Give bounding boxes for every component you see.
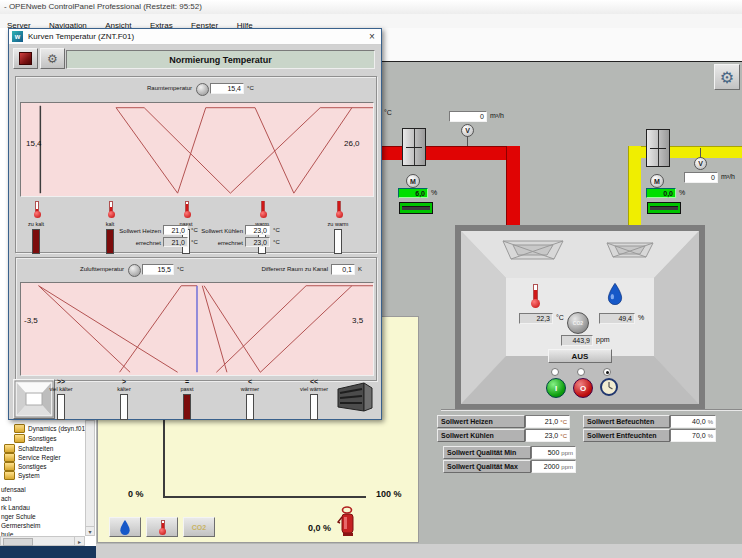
- mode-radio-off[interactable]: [577, 368, 585, 376]
- room-mode-button[interactable]: AUS: [548, 349, 612, 363]
- schedule-clock-button[interactable]: [600, 378, 618, 396]
- action-indicator-bar: [57, 394, 65, 420]
- supply-temp-value-field[interactable]: 15,5: [142, 264, 174, 275]
- curves-dialog: w Kurven Temperatur (ZNT.F01) × ⚙ Normie…: [8, 28, 382, 420]
- scroll-right-arrow[interactable]: ▸: [74, 536, 85, 546]
- action-symbol-much-warmer[interactable]: <<: [302, 377, 326, 385]
- tree-site-item[interactable]: nger Schule: [1, 513, 36, 520]
- sensor-stem: [467, 136, 468, 146]
- action-symbol-warmer[interactable]: <: [238, 377, 262, 385]
- tree-item-schaltzeiten[interactable]: Schaltzeiten: [4, 444, 53, 453]
- tree-site-item[interactable]: Germersheim: [1, 522, 40, 529]
- power-off-button[interactable]: O: [573, 378, 593, 398]
- fan-settings-button[interactable]: ⚙: [714, 64, 740, 90]
- diff-value-field: 0,1: [331, 264, 355, 275]
- setpoint-label: Sollwert Qualität Min: [443, 446, 531, 459]
- diffuser-button[interactable]: [13, 379, 55, 419]
- cool-calc-label: errechnet: [196, 240, 243, 246]
- action-label: kälter: [104, 386, 144, 392]
- room-temp-chart: [20, 102, 374, 197]
- action-symbol-ok[interactable]: =: [175, 377, 199, 385]
- setpoint-label: Sollwert Kühlen: [437, 429, 525, 442]
- dialog-exit-button[interactable]: [13, 48, 38, 69]
- app-window: - OPENweb ControlPanel Professional (Res…: [0, 0, 742, 558]
- action-indicator-bar: [120, 394, 128, 420]
- supply-temp-chart: [20, 282, 374, 376]
- drop-icon: [119, 520, 131, 535]
- room-temp-field: 22,3: [519, 313, 553, 324]
- supply-temp-label: Zulufttemperatur: [66, 266, 124, 272]
- zone-indicator-bar: [32, 229, 40, 254]
- cool-setpoint-label: Sollwert Kühlen: [196, 228, 243, 234]
- scroll-down-arrow[interactable]: ▾: [85, 526, 95, 536]
- tree-item-dynamics[interactable]: Dynamics (dsyn.f01): [14, 424, 87, 433]
- room-co2-field: 443,9: [561, 335, 593, 346]
- tree-item-system[interactable]: System: [4, 471, 40, 480]
- folder-icon: [4, 462, 15, 471]
- tree-site-item[interactable]: ach: [1, 495, 11, 502]
- action-symbol-colder[interactable]: >: [112, 377, 136, 385]
- heat-calc-label: errechnet: [113, 240, 161, 246]
- diff-label: Differenz Raum zu Kanal: [254, 266, 328, 272]
- setpoint-value-field[interactable]: 23,0°C: [525, 429, 570, 442]
- exhaust-valve-icon[interactable]: [646, 129, 670, 167]
- dialog-settings-button[interactable]: ⚙: [40, 48, 65, 69]
- setpoint-value-field[interactable]: 500ppm: [531, 446, 576, 459]
- power-on-button[interactable]: I: [546, 378, 566, 398]
- zone-indicator-bar: [334, 229, 342, 254]
- exhaust-flow-unit: m³/h: [721, 173, 735, 180]
- action-label: viel kälter: [41, 386, 81, 392]
- horizontal-scrollbar[interactable]: [0, 536, 85, 546]
- gear-icon: ⚙: [47, 52, 58, 66]
- sensor-icon: [128, 264, 141, 277]
- humidity-curve-button[interactable]: [109, 517, 141, 537]
- co2-curve-button[interactable]: CO2: [183, 517, 215, 537]
- supply-temp-group: Zulufttemperatur 15,5 °C Differenz Raum …: [15, 257, 377, 381]
- exhaust-flow-field: 0: [684, 172, 718, 183]
- ceiling-diffuser-icon: [607, 243, 653, 257]
- flow-sensor-icon[interactable]: V: [461, 124, 474, 137]
- mode-radio-auto[interactable]: [603, 368, 611, 376]
- deg-unit: °C: [273, 239, 280, 245]
- setpoint-label: Sollwert Entfeuchten: [583, 429, 670, 442]
- setpoint-value-field[interactable]: 70,0%: [670, 429, 716, 442]
- exhaust-flow-sensor-icon[interactable]: V: [694, 157, 707, 170]
- zone-label: zu warm: [316, 221, 360, 227]
- temperature-curve-button[interactable]: [146, 517, 178, 537]
- supply-flow-field: 0: [449, 111, 487, 122]
- vertical-scrollbar[interactable]: [85, 420, 95, 536]
- sidebar-footer-block: [0, 546, 96, 558]
- sensor-icon: [196, 83, 209, 96]
- chart-min-label: -3,5: [24, 316, 38, 325]
- scroll-thumb[interactable]: [3, 538, 33, 546]
- duct-register-icon[interactable]: [336, 381, 374, 415]
- tree-item-sonstiges-2[interactable]: Sonstiges: [4, 462, 47, 471]
- exhaust-valve-gauge: [647, 202, 681, 214]
- heating-valve-motor-icon[interactable]: M: [406, 174, 420, 188]
- x-axis-line: [163, 496, 366, 498]
- setpoint-value-field[interactable]: 2000ppm: [531, 460, 576, 473]
- tree-item-service-regler[interactable]: Service Regler: [4, 453, 61, 462]
- dialog-close-button[interactable]: ×: [363, 29, 381, 44]
- exhaust-valve-unit: %: [679, 189, 685, 196]
- cool-setpoint-field[interactable]: 23,0: [245, 225, 270, 235]
- setpoint-label: Sollwert Befeuchten: [583, 415, 670, 428]
- tree-item-sonstiges-1[interactable]: Sonstiges: [14, 434, 57, 443]
- room-humidity-field: 49,4: [599, 313, 635, 324]
- humidity-drop-icon: [607, 283, 623, 305]
- supply-temp-unit: °C: [384, 109, 392, 116]
- room-temp-value-field[interactable]: 15,4: [210, 83, 244, 94]
- action-symbol-much-colder[interactable]: >>: [49, 377, 73, 385]
- cool-calc-field: 23,0: [245, 237, 270, 247]
- mode-radio-on[interactable]: [551, 368, 559, 376]
- supply-temp-unit: °C: [177, 266, 184, 272]
- setpoint-value-field[interactable]: 40,0%: [670, 415, 716, 428]
- setpoint-value-field[interactable]: 21,0°C: [525, 415, 570, 428]
- exhaust-valve-motor-icon[interactable]: M: [650, 174, 664, 188]
- tree-site-item[interactable]: ufensaal: [1, 486, 26, 493]
- heating-valve-icon[interactable]: [402, 128, 426, 166]
- heat-setpoint-label: Sollwert Heizen: [113, 228, 161, 234]
- dialog-titlebar[interactable]: w Kurven Temperatur (ZNT.F01) ×: [9, 29, 381, 45]
- tree-site-item[interactable]: rk Landau: [1, 504, 30, 511]
- heat-setpoint-field[interactable]: 21,0: [163, 225, 188, 235]
